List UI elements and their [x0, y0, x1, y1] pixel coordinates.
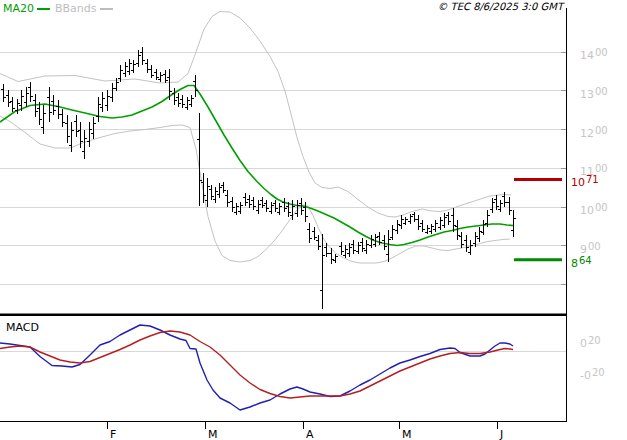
price-axis-label-main: 12 — [580, 127, 594, 140]
macd-axis-label-main: -0 — [580, 369, 591, 382]
price-level-label-sup: 71 — [586, 174, 599, 185]
macd-axis-label-sup: 20 — [588, 335, 601, 346]
price-axis-label-sup: 00 — [595, 86, 608, 97]
legend-label: MA20 — [3, 2, 34, 15]
month-label: A — [306, 429, 314, 440]
legend-label: BBands — [55, 2, 97, 15]
month-label: M — [208, 429, 218, 440]
month-label: F — [110, 429, 116, 440]
bollinger-lower-band — [0, 116, 510, 263]
pane-separator — [0, 314, 566, 317]
macd-axis-label-main: 0 — [580, 337, 587, 350]
price-level-label-main: 8 — [571, 257, 578, 270]
legend: MA20BBands — [3, 2, 113, 15]
month-label: J — [500, 429, 503, 440]
price-axis-label-main: 10 — [580, 204, 594, 217]
price-axis-label-sup: 00 — [595, 125, 608, 136]
bollinger-upper-band — [0, 12, 511, 218]
macd-axis-label-sup: 20 — [592, 367, 605, 378]
macd-signal-line — [0, 331, 513, 398]
macd-axis-label: -020 — [580, 366, 605, 382]
price-level-label: 864 — [571, 254, 592, 270]
price-axis-label-sup: 00 — [588, 241, 601, 252]
price-axis-label: 1400 — [580, 46, 608, 62]
legend-item-bbands: BBands — [55, 2, 113, 15]
legend-dash-icon — [37, 8, 50, 10]
legend-dash-icon — [100, 8, 113, 10]
price-axis-label: 1200 — [580, 124, 608, 140]
ma20-line — [0, 86, 513, 246]
macd-line — [0, 325, 513, 410]
ohlc-bars — [1, 47, 516, 309]
stock-chart-root: MA20BBands © TEC 8/6/2025 3:0 GMT MACD 1… — [0, 0, 627, 440]
price-axis-label: 1000 — [580, 201, 608, 217]
price-axis-label-sup: 00 — [595, 202, 608, 213]
price-axis-label: 1300 — [580, 85, 608, 101]
macd-pane-title: MACD — [6, 321, 39, 334]
copyright-text: © TEC 8/6/2025 3:0 GMT — [437, 1, 563, 12]
price-level-label: 1071 — [571, 173, 599, 189]
price-level-label-main: 10 — [571, 176, 585, 189]
month-label: M — [402, 429, 412, 440]
price-macd-chart-canvas — [0, 0, 627, 440]
price-level-label-sup: 64 — [579, 255, 592, 266]
price-axis-label-main: 14 — [580, 49, 594, 62]
price-axis-label-main: 13 — [580, 88, 594, 101]
legend-item-ma20: MA20 — [3, 2, 50, 15]
macd-axis-label: 020 — [580, 334, 601, 350]
price-axis-label-sup: 00 — [595, 47, 608, 58]
